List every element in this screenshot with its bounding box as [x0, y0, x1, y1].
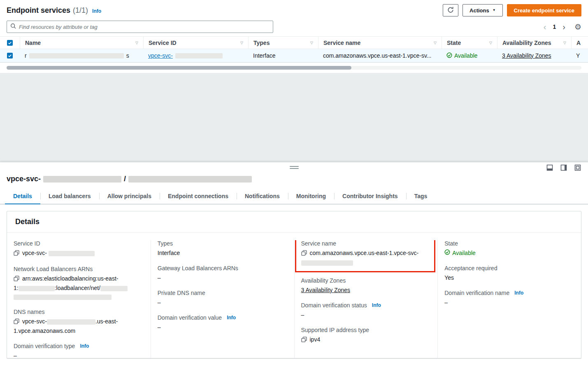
field-value: ipv4 [310, 336, 321, 343]
endpoint-services-page: Endpoint services (1/1) Info Actions ▼ C… [0, 0, 588, 365]
select-all-checkbox[interactable] [7, 40, 13, 46]
field-label: Service ID [14, 240, 142, 247]
field-label: Types [158, 240, 286, 247]
pagination: ‹ 1 › [544, 23, 565, 31]
page-title-group: Endpoint services (1/1) Info [7, 6, 101, 15]
field-label: Network Load Balancers ARNs [14, 266, 142, 272]
panel-title-separator: / [124, 175, 126, 183]
sort-caret-icon[interactable]: ▽ [430, 41, 437, 45]
column-header-service-name[interactable]: Service name ▽ [318, 37, 442, 49]
info-link[interactable]: Info [227, 315, 236, 321]
horizontal-scrollbar [7, 66, 581, 70]
search-input[interactable] [19, 24, 270, 30]
row-checkbox[interactable] [7, 53, 13, 58]
tab-endpoint-connections[interactable]: Endpoint connections [160, 189, 237, 204]
split-panel-chrome [0, 162, 588, 173]
service-id-link[interactable]: vpce-svc- [148, 52, 173, 59]
cell-name: r s [20, 52, 143, 59]
preferences-gear-icon[interactable]: ⚙ [574, 23, 581, 31]
page-header: Endpoint services (1/1) Info Actions ▼ C… [0, 0, 588, 18]
next-page-button[interactable]: › [562, 23, 565, 31]
select-all-checkbox-cell [0, 37, 20, 49]
column-header-state[interactable]: State ▽ [442, 37, 497, 49]
sort-caret-icon[interactable]: ▽ [307, 41, 313, 45]
cell-state-value: Available [454, 52, 478, 59]
field-label: Service name [301, 240, 430, 247]
create-endpoint-service-button[interactable]: Create endpoint service [507, 4, 581, 16]
sort-caret-icon[interactable]: ▽ [486, 41, 492, 45]
sort-caret-icon[interactable]: ▽ [560, 41, 566, 45]
current-page-number[interactable]: 1 [553, 23, 556, 30]
check-circle-icon [446, 52, 452, 59]
cell-truncated-value: Y [576, 52, 580, 59]
redacted-text [100, 286, 128, 291]
tab-details[interactable]: Details [5, 189, 40, 204]
sort-caret-icon[interactable]: ▽ [237, 41, 243, 45]
tab-tags[interactable]: Tags [406, 189, 436, 204]
table-header-row: Name ▽ Service ID ▽ Types ▽ Service name… [0, 36, 588, 49]
availability-zones-link[interactable]: 3 Availability Zones [301, 287, 351, 293]
panel-expand-icon[interactable] [574, 164, 581, 172]
tab-notifications[interactable]: Notifications [237, 189, 288, 204]
field-availability-zones: Availability Zones 3 Availability Zones [301, 277, 430, 295]
actions-button[interactable]: Actions ▼ [462, 4, 503, 16]
details-column-2: Types Interface Gateway Load Balancers A… [151, 240, 294, 358]
field-value: – [158, 298, 286, 307]
tab-monitoring[interactable]: Monitoring [288, 189, 334, 204]
refresh-button[interactable] [443, 4, 458, 16]
redacted-text [301, 260, 353, 266]
field-domain-verification-name: Domain verification name Info – [444, 290, 573, 307]
field-private-dns-name: Private DNS name – [158, 290, 286, 307]
column-header-truncated-label: A [576, 40, 581, 46]
copy-icon[interactable] [14, 275, 19, 284]
panel-position-bottom-icon[interactable] [546, 164, 553, 172]
details-column-4: State Available Acceptance required [437, 240, 581, 358]
field-value: – [301, 311, 430, 319]
cell-types-value: Interface [253, 52, 275, 59]
column-header-types[interactable]: Types ▽ [248, 37, 318, 49]
search-icon [10, 23, 16, 30]
header-info-link[interactable]: Info [92, 8, 101, 14]
page-title: Endpoint services [7, 6, 70, 15]
copy-icon[interactable] [14, 318, 19, 327]
column-header-name[interactable]: Name ▽ [20, 37, 143, 49]
split-panel-drag-handle[interactable] [290, 166, 299, 169]
service-id-value-prefix: vpce-svc- [22, 250, 47, 256]
column-header-state-label: State [447, 40, 461, 46]
panel-position-side-icon[interactable] [560, 164, 567, 172]
field-label: Domain verification status [301, 302, 367, 309]
info-link[interactable]: Info [372, 302, 381, 308]
field-label: Gateway Load Balancers ARNs [158, 265, 286, 271]
dns-name-mid: .us-east- [95, 318, 118, 325]
copy-icon[interactable] [14, 250, 19, 258]
field-label: Domain verification value [158, 314, 222, 321]
details-card-title: Details [15, 218, 573, 226]
check-circle-icon [444, 249, 450, 257]
field-service-id: Service ID vpce-svc- [14, 240, 142, 258]
refresh-icon [447, 7, 454, 14]
copy-icon[interactable] [301, 250, 307, 258]
field-state: State Available [444, 240, 573, 257]
page-background [0, 73, 588, 162]
horizontal-scrollbar-thumb[interactable] [7, 66, 351, 70]
info-link[interactable]: Info [80, 343, 89, 349]
tab-allow-principals[interactable]: Allow principals [99, 189, 160, 204]
copy-icon[interactable] [301, 336, 307, 345]
previous-page-button[interactable]: ‹ [544, 23, 546, 31]
info-link[interactable]: Info [514, 290, 523, 296]
resource-count: (1/1) [73, 6, 88, 15]
panel-title-service-id: vpce-svc- [7, 175, 41, 183]
sort-caret-icon[interactable]: ▽ [132, 41, 138, 45]
availability-zones-link[interactable]: 3 Availability Zones [502, 52, 551, 59]
dns-name-start: vpce-svc- [22, 318, 47, 325]
tab-contributor-insights[interactable]: Contributor Insights [334, 189, 406, 204]
column-header-availability-zones[interactable]: Availability Zones ▽ [497, 37, 571, 49]
column-header-truncated[interactable]: A [571, 37, 588, 49]
tab-load-balancers[interactable]: Load balancers [40, 189, 99, 204]
column-header-service-id[interactable]: Service ID ▽ [143, 37, 248, 49]
service-name-highlight-box: Service name com.amazonaws.vpce.us-east-… [295, 240, 436, 272]
table-row[interactable]: r s vpce-svc- Interface com.amazonaws.vp… [0, 49, 588, 63]
details-column-3: Service name com.amazonaws.vpce.us-east-… [294, 240, 438, 358]
redacted-text [49, 251, 95, 256]
nlb-arn-line2-mid: :loadbalancer/net/ [55, 285, 100, 291]
